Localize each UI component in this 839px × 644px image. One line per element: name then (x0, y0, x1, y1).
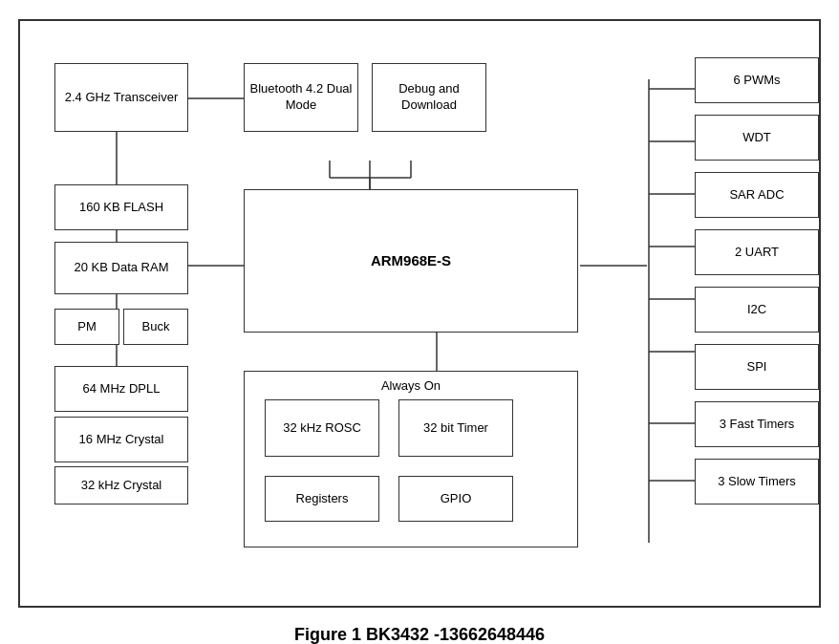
spi-block: SPI (695, 344, 819, 390)
wdt-block: WDT (695, 115, 819, 161)
transceiver-block: 2.4 GHz Transceiver (54, 63, 188, 132)
ram-block: 20 KB Data RAM (54, 242, 188, 294)
flash-block: 160 KB FLASH (54, 184, 188, 230)
gpio-block: GPIO (398, 476, 513, 522)
debug-block: Debug and Download (372, 63, 486, 132)
diagram-inner: 2.4 GHz Transceiver Bluetooth 4.2 Dual M… (35, 36, 804, 590)
pm-block: PM (54, 309, 119, 345)
buck-block: Buck (123, 309, 188, 345)
slow-timers-block: 3 Slow Timers (695, 459, 819, 504)
bluetooth-block: Bluetooth 4.2 Dual Mode (244, 63, 358, 132)
registers-block: Registers (265, 476, 379, 522)
fast-timers-block: 3 Fast Timers (695, 401, 819, 447)
dpll-block: 64 MHz DPLL (54, 366, 188, 412)
rosc-block: 32 kHz ROSC (265, 399, 379, 457)
arm-block: ARM968E-S (244, 189, 578, 333)
sar-block: SAR ADC (695, 172, 819, 218)
crystal16-block: 16 MHz Crystal (54, 417, 188, 462)
uart-block: 2 UART (695, 229, 819, 275)
crystal32-block: 32 kHz Crystal (54, 466, 188, 504)
pwm-block: 6 PWMs (695, 57, 819, 103)
always-on-label: Always On (244, 371, 578, 393)
figure-caption: Figure 1 BK3432 -13662648446 (294, 625, 545, 644)
diagram-container: 2.4 GHz Transceiver Bluetooth 4.2 Dual M… (18, 19, 821, 608)
timer32-block: 32 bit Timer (398, 399, 513, 457)
i2c-block: I2C (695, 287, 819, 333)
